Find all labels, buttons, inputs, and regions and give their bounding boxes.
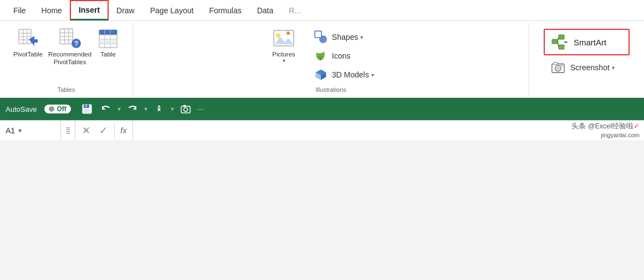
smartart-label: SmartArt [574, 38, 606, 47]
svg-rect-34 [559, 45, 564, 49]
cell-reference-box[interactable]: A1 ▾ [0, 121, 61, 140]
svg-point-40 [556, 67, 560, 70]
ribbon-group-illustrations: Pictures ▾ S [133, 23, 529, 95]
ribbon-group-smartart-screenshot: SmartArt [529, 23, 644, 95]
pivottable-label: PivotTable [13, 51, 43, 59]
tab-page-layout[interactable]: Page Layout [142, 0, 202, 20]
autosave-toggle[interactable]: Off [44, 105, 70, 113]
smartart-icon [551, 33, 569, 51]
recommended-pivottables-button[interactable]: ? RecommendedPivotTables [50, 25, 89, 70]
screenshot-icon [550, 60, 566, 75]
svg-rect-50 [183, 105, 186, 107]
icons-icon [313, 48, 329, 64]
camera-separator: — [197, 105, 204, 113]
screenshot-label: Screenshot [570, 63, 610, 72]
pivottable-button[interactable]: PivotTable [9, 25, 47, 70]
redo-button[interactable] [125, 103, 140, 115]
name-manager-icon[interactable] [61, 121, 75, 140]
3dmodels-chevron: ▾ [371, 72, 374, 78]
svg-rect-37 [564, 42, 568, 43]
fx-label[interactable]: fx [115, 121, 133, 140]
pictures-icon [273, 28, 295, 50]
tab-formulas[interactable]: Formulas [201, 0, 249, 20]
svg-rect-32 [552, 39, 558, 44]
3dmodels-button[interactable]: 3D Models ▾ [308, 65, 396, 84]
tables-group-label: Tables [9, 84, 124, 95]
svg-point-47 [158, 107, 160, 109]
svg-point-49 [183, 108, 187, 112]
svg-line-36 [558, 42, 559, 47]
pictures-label: Pictures [272, 51, 295, 58]
toggle-label: Off [57, 105, 66, 113]
svg-rect-46 [85, 105, 87, 107]
cell-ref-value: A1 [6, 126, 15, 135]
formula-action-buttons: ✕ ✓ [75, 123, 115, 138]
tab-review[interactable]: R... [281, 0, 309, 20]
undo-separator: ▾ [117, 105, 121, 113]
svg-rect-41 [554, 63, 558, 65]
smartart-button[interactable]: SmartArt [544, 29, 630, 55]
table-button[interactable]: Table [93, 25, 124, 70]
enter-formula-button[interactable]: ✓ [97, 123, 110, 138]
smartart-section: SmartArt [538, 29, 635, 77]
tables-items: PivotTable [9, 25, 124, 84]
icons-button[interactable]: Icons [308, 46, 396, 65]
tab-data[interactable]: Data [249, 0, 282, 20]
tab-insert[interactable]: Insert [70, 0, 109, 20]
camera-button[interactable] [178, 103, 193, 115]
tab-draw[interactable]: Draw [109, 0, 142, 20]
svg-line-35 [558, 37, 559, 42]
pictures-dropdown-arrow: ▾ [283, 58, 285, 64]
cancel-formula-button[interactable]: ✕ [80, 123, 93, 138]
cell-ref-dropdown-arrow[interactable]: ▾ [18, 127, 22, 134]
3dmodels-icon [313, 67, 329, 82]
table-label: Table [100, 51, 116, 59]
svg-rect-21 [99, 39, 117, 44]
svg-point-23 [276, 33, 280, 38]
ribbon-group-tables: PivotTable [0, 23, 133, 95]
svg-rect-33 [559, 35, 564, 39]
redo-separator: ▾ [144, 105, 147, 113]
svg-rect-45 [84, 109, 90, 113]
shapes-button[interactable]: Shapes ▾ [308, 28, 396, 46]
ribbon-container: File Home Insert Draw Page Layout Formul… [0, 0, 644, 140]
quick-access-toolbar: AutoSave Off ▾ [0, 98, 644, 120]
formula-input[interactable] [133, 121, 644, 140]
svg-point-24 [287, 32, 290, 35]
save-button[interactable] [80, 103, 94, 115]
autosave-label: AutoSave [6, 105, 37, 113]
shapes-icon [313, 29, 329, 45]
svg-rect-42 [560, 65, 563, 66]
touch-mode-button[interactable] [152, 103, 166, 115]
svg-rect-15 [99, 30, 117, 35]
svg-text:?: ? [74, 40, 79, 48]
screenshot-chevron: ▾ [612, 65, 615, 71]
touch-separator: ▾ [171, 105, 174, 113]
illustrations-right-column: Shapes ▾ Ico [308, 25, 396, 84]
shapes-chevron: ▾ [360, 34, 363, 40]
pivottable-icon [17, 28, 39, 50]
icons-label: Icons [332, 51, 350, 60]
toggle-dot [49, 106, 54, 112]
ribbon-content: PivotTable [0, 21, 644, 97]
recommended-pivottable-icon: ? [59, 28, 81, 50]
tab-file[interactable]: File [6, 0, 34, 20]
pictures-button[interactable]: Pictures ▾ [265, 25, 302, 70]
illustrations-group-label: Illustrations [142, 84, 520, 95]
tab-home[interactable]: Home [34, 0, 70, 20]
3dmodels-label: 3D Models [332, 70, 369, 79]
tab-bar: File Home Insert Draw Page Layout Formul… [0, 0, 644, 21]
undo-button[interactable] [99, 103, 113, 115]
screenshot-button[interactable]: Screenshot ▾ [544, 58, 630, 77]
shapes-label: Shapes [332, 33, 358, 42]
svg-rect-26 [315, 31, 321, 38]
formula-bar: A1 ▾ ✕ ✓ fx 头条 @Excel经验啦✓ jingyanlai.com [0, 120, 644, 140]
illustrations-items: Pictures ▾ S [265, 25, 396, 84]
tab-bar-container: File Home Insert Draw Page Layout Formul… [0, 0, 644, 98]
recommended-pivottables-label: RecommendedPivotTables [48, 51, 91, 66]
table-icon [97, 28, 119, 50]
